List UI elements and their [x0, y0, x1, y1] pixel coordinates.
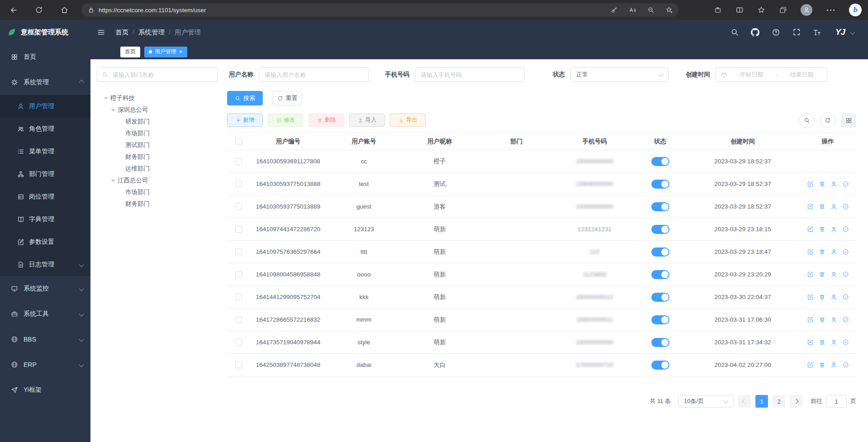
- tree-node[interactable]: 测试部门: [97, 139, 218, 151]
- sidebar-item-roles[interactable]: 角色管理: [0, 118, 90, 140]
- delete-icon[interactable]: [819, 248, 825, 255]
- browser-back-button[interactable]: [5, 2, 22, 18]
- address-bar[interactable]: https://ccnetcore.com:1101/system/user: [81, 3, 678, 17]
- import-button[interactable]: 导入: [349, 114, 385, 127]
- status-toggle[interactable]: [651, 247, 669, 257]
- page-size-select[interactable]: 10条/页: [678, 395, 734, 408]
- split-screen-icon[interactable]: [735, 6, 744, 14]
- department-search-input[interactable]: [112, 71, 213, 79]
- status-toggle[interactable]: [651, 225, 669, 234]
- tree-node[interactable]: 研发部门: [97, 116, 218, 128]
- fullscreen-icon[interactable]: [792, 28, 801, 36]
- row-checkbox[interactable]: [235, 316, 242, 323]
- sidebar-item-dictionaries[interactable]: 字典管理: [0, 208, 90, 231]
- font-size-icon[interactable]: [813, 28, 821, 37]
- sidebar-item-departments[interactable]: 部门管理: [0, 163, 90, 185]
- sidebar-item-tools[interactable]: 系统工具: [0, 301, 90, 327]
- next-page-button[interactable]: [790, 395, 802, 408]
- edit-icon[interactable]: [807, 361, 814, 368]
- assign-role-icon[interactable]: [842, 294, 849, 300]
- phone-input[interactable]: [415, 67, 525, 82]
- row-checkbox[interactable]: [235, 226, 242, 233]
- refresh-table-button[interactable]: [820, 113, 835, 128]
- favorites-bar-icon[interactable]: [757, 6, 765, 14]
- assign-role-icon[interactable]: [842, 271, 849, 278]
- browser-home-button[interactable]: [56, 2, 72, 18]
- page-button-2[interactable]: 2: [773, 395, 785, 408]
- delete-icon[interactable]: [819, 361, 825, 368]
- sidebar-item-menus[interactable]: 菜单管理: [0, 140, 90, 163]
- tree-caret-icon[interactable]: [104, 97, 108, 100]
- assign-role-icon[interactable]: [842, 316, 849, 323]
- delete-icon[interactable]: [819, 294, 825, 300]
- more-menu-icon[interactable]: [826, 10, 835, 11]
- reset-password-icon[interactable]: [830, 339, 837, 346]
- row-checkbox[interactable]: [235, 158, 242, 165]
- edit-button[interactable]: 修改: [268, 114, 304, 127]
- edit-icon[interactable]: [807, 271, 814, 278]
- extensions-icon[interactable]: [714, 6, 722, 14]
- tree-caret-icon[interactable]: [111, 180, 115, 182]
- status-toggle[interactable]: [651, 180, 669, 189]
- assign-role-icon[interactable]: [842, 248, 849, 255]
- row-checkbox[interactable]: [235, 294, 242, 300]
- tree-node[interactable]: 市场部门: [97, 128, 218, 139]
- caret-down-icon[interactable]: [850, 29, 855, 34]
- row-checkbox[interactable]: [235, 181, 242, 187]
- status-toggle[interactable]: [651, 157, 669, 166]
- edit-icon[interactable]: [807, 316, 814, 323]
- sidebar-item-posts[interactable]: 岗位管理: [0, 185, 90, 208]
- edit-icon[interactable]: [807, 226, 814, 233]
- assign-role-icon[interactable]: [842, 181, 849, 187]
- sidebar-item-monitoring[interactable]: 系统监控: [0, 276, 90, 301]
- tree-node[interactable]: 运维部门: [97, 163, 218, 175]
- favorite-star-icon[interactable]: [665, 6, 673, 14]
- row-checkbox[interactable]: [235, 339, 242, 346]
- close-icon[interactable]: ×: [179, 49, 183, 55]
- sidebar-item-erp[interactable]: ERP: [0, 352, 90, 377]
- tree-node[interactable]: 财务部门: [97, 198, 218, 210]
- assign-role-icon[interactable]: [842, 339, 849, 346]
- zoom-icon[interactable]: [647, 6, 655, 14]
- status-toggle[interactable]: [651, 202, 669, 211]
- toggle-search-button[interactable]: [799, 113, 815, 128]
- page-button-1[interactable]: 1: [755, 395, 768, 408]
- assign-role-icon[interactable]: [842, 203, 849, 210]
- browser-refresh-button[interactable]: [31, 2, 47, 18]
- select-all-checkbox[interactable]: [235, 138, 242, 145]
- tab-home[interactable]: 首页: [120, 47, 140, 57]
- delete-icon[interactable]: [819, 339, 825, 346]
- row-checkbox[interactable]: [235, 248, 242, 255]
- reset-password-icon[interactable]: [830, 271, 837, 278]
- reset-password-icon[interactable]: [830, 361, 837, 368]
- assign-role-icon[interactable]: [842, 226, 849, 233]
- header-search-icon[interactable]: [730, 28, 739, 36]
- add-button[interactable]: 新增: [227, 114, 263, 127]
- date-range-picker[interactable]: 开始日期 - 结束日期: [716, 67, 827, 82]
- tree-node[interactable]: 江西总公司: [97, 175, 218, 186]
- prev-page-button[interactable]: [738, 395, 751, 408]
- question-icon[interactable]: [772, 28, 780, 37]
- username-input[interactable]: [259, 67, 369, 82]
- export-button[interactable]: 导出: [390, 114, 426, 127]
- delete-icon[interactable]: [819, 181, 825, 187]
- status-select[interactable]: 正常: [570, 67, 669, 82]
- sidebar-item-logs[interactable]: 日志管理: [0, 253, 90, 276]
- reset-password-icon[interactable]: [830, 316, 837, 323]
- tree-caret-icon[interactable]: [111, 109, 115, 111]
- row-checkbox[interactable]: [235, 361, 242, 368]
- reset-password-icon[interactable]: [830, 248, 837, 255]
- status-toggle[interactable]: [651, 293, 669, 302]
- tree-node[interactable]: 市场部门: [97, 186, 218, 198]
- assign-role-icon[interactable]: [842, 361, 849, 368]
- delete-icon[interactable]: [819, 271, 825, 278]
- edit-icon[interactable]: [807, 181, 814, 187]
- row-checkbox[interactable]: [235, 203, 242, 210]
- hamburger-icon[interactable]: [97, 28, 105, 37]
- user-avatar[interactable]: YJ: [835, 27, 845, 37]
- tab-user-management[interactable]: 用户管理 ×: [144, 47, 187, 57]
- sidebar-item-users[interactable]: 用户管理: [0, 95, 90, 118]
- reset-button[interactable]: 重置: [273, 91, 302, 105]
- password-key-icon[interactable]: [611, 6, 618, 14]
- reset-password-icon[interactable]: [830, 181, 837, 187]
